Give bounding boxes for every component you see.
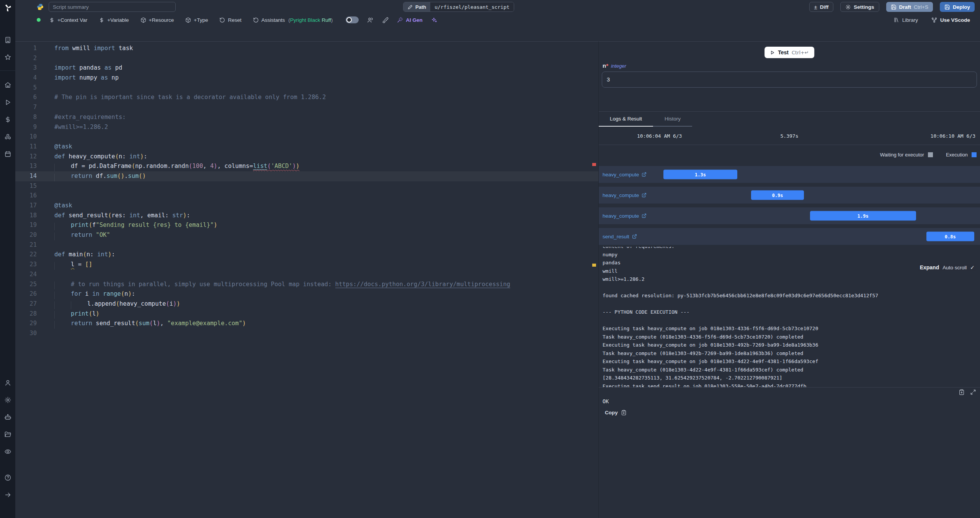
bot-icon[interactable] bbox=[0, 409, 15, 426]
timeline-job-link[interactable]: heavy_compute bbox=[603, 192, 647, 198]
external-link-icon bbox=[642, 193, 647, 198]
draft-button-label: Draft bbox=[899, 4, 911, 10]
user-icon[interactable] bbox=[0, 374, 15, 391]
arg-n-input[interactable] bbox=[602, 72, 977, 88]
copy-result-icon[interactable] bbox=[959, 389, 965, 395]
code-line: 11@task bbox=[15, 142, 598, 152]
code-line: 16 bbox=[15, 191, 598, 201]
ai-gen-button[interactable]: AI Gen bbox=[397, 17, 423, 23]
code-line: 28print(l) bbox=[15, 309, 598, 319]
ruff-status: Ruff bbox=[322, 17, 331, 23]
log-line: Executing task heavy_compute on job 018e… bbox=[603, 324, 980, 333]
dollar-icon bbox=[49, 17, 55, 23]
assistant-toggle[interactable] bbox=[346, 16, 359, 23]
add-context-var-button[interactable]: +Context Var bbox=[49, 17, 87, 23]
code-line: 26for i in range(n): bbox=[15, 289, 598, 299]
add-variable-button[interactable]: +Variable bbox=[99, 17, 129, 23]
code-line: 22def main(n: int): bbox=[15, 250, 598, 260]
code-editor[interactable]: 1from wmill import task23import pandas a… bbox=[15, 41, 598, 518]
timeline-duration-bar: 1.3s bbox=[663, 170, 737, 179]
windmill-logo[interactable] bbox=[3, 3, 13, 13]
check-icon: ✓ bbox=[970, 264, 975, 270]
draft-button[interactable]: Draft Ctrl+S bbox=[886, 2, 933, 12]
save-icon bbox=[891, 4, 897, 10]
script-summary-input[interactable] bbox=[49, 2, 176, 12]
status-dot bbox=[37, 18, 41, 22]
diff-button[interactable]: ± Diff bbox=[809, 2, 834, 12]
folder-icon[interactable] bbox=[0, 426, 15, 443]
logs-output[interactable]: content of requirements:numpypandaswmill… bbox=[599, 247, 980, 388]
gear-icon bbox=[845, 4, 851, 10]
legend-execution-label: Execution bbox=[946, 152, 968, 158]
timeline-row: send_result0.8s bbox=[599, 226, 980, 247]
library-label: Library bbox=[902, 17, 918, 23]
ai-gen-label: AI Gen bbox=[406, 17, 423, 23]
code-line: 15 bbox=[15, 181, 598, 191]
warning-marker bbox=[592, 264, 596, 267]
arrow-right-icon[interactable] bbox=[0, 486, 15, 503]
add-type-label: +Type bbox=[194, 17, 208, 23]
arg-name: n bbox=[603, 62, 606, 69]
external-link-icon bbox=[632, 234, 637, 239]
eye-icon[interactable] bbox=[0, 443, 15, 460]
code-line: 19print(f"Sending result {res} to {email… bbox=[15, 220, 598, 230]
log-line: Task heavy_compute (018e1303-4d22-4e9f-4… bbox=[603, 366, 980, 374]
add-resource-button[interactable]: +Resource bbox=[140, 17, 174, 23]
path-selector[interactable]: Path u/rfiszel/pleasant_script bbox=[403, 2, 514, 12]
deploy-button[interactable]: Deploy bbox=[940, 2, 975, 12]
run-times-row: 10:06:04 AM 6/3 5.397s 10:06:10 AM 6/3 bbox=[599, 127, 980, 145]
pencil-icon bbox=[408, 5, 413, 10]
log-line: Executing task send_result on job 018e13… bbox=[603, 382, 980, 388]
log-line: Task heavy_compute (018e1303-492b-7269-b… bbox=[603, 349, 980, 358]
dollar-icon bbox=[99, 17, 105, 23]
building-icon[interactable] bbox=[0, 31, 15, 49]
legend-waiting-swatch bbox=[928, 152, 933, 157]
fullscreen-icon[interactable] bbox=[970, 389, 976, 395]
log-line: Executing task heavy_compute on job 018e… bbox=[603, 357, 980, 366]
clipboard-icon bbox=[621, 410, 627, 415]
top-bar: Path u/rfiszel/pleasant_script ± Diff Se… bbox=[15, 0, 980, 14]
tab-logs-result[interactable]: Logs & Result bbox=[599, 112, 653, 127]
code-line: 17@task bbox=[15, 201, 598, 211]
sparkles-icon[interactable] bbox=[431, 17, 437, 23]
format-brush-icon[interactable] bbox=[382, 17, 389, 23]
rotate-icon bbox=[219, 17, 225, 23]
reset-button[interactable]: Reset bbox=[219, 17, 241, 23]
test-button[interactable]: Test Ctrl+↵ bbox=[764, 47, 814, 58]
log-line: content of requirements: bbox=[603, 247, 980, 251]
home-icon[interactable] bbox=[0, 77, 15, 94]
log-line: found cached resolution: py-513b3fcb7b5e… bbox=[603, 292, 980, 300]
log-line: wmill>=1.286.2 bbox=[603, 275, 980, 283]
timeline-band bbox=[599, 207, 980, 224]
gear-icon[interactable] bbox=[0, 391, 15, 409]
boxes-icon[interactable] bbox=[0, 128, 15, 145]
settings-button[interactable]: Settings bbox=[840, 2, 879, 12]
code-line: 18def send_result(res: int, email: str): bbox=[15, 211, 598, 221]
help-icon[interactable] bbox=[0, 469, 15, 486]
add-type-button[interactable]: +Type bbox=[185, 17, 208, 23]
timeline-job-link[interactable]: heavy_compute bbox=[603, 213, 647, 219]
dollar-icon[interactable] bbox=[0, 111, 15, 128]
timeline-duration-bar: 0.9s bbox=[751, 191, 804, 200]
play-icon[interactable] bbox=[0, 94, 15, 111]
library-button[interactable]: Library bbox=[893, 17, 918, 23]
autoscroll-toggle[interactable]: Auto scroll bbox=[942, 265, 967, 270]
tab-history[interactable]: History bbox=[653, 112, 692, 127]
calendar-icon[interactable] bbox=[0, 145, 15, 163]
use-vscode-button[interactable]: Use VScode bbox=[931, 17, 970, 23]
copy-result-button[interactable]: Copy bbox=[605, 410, 627, 415]
assistants-button[interactable]: Assistants (Pyright Black Ruff) bbox=[253, 17, 333, 23]
timeline-job-link[interactable]: heavy_compute bbox=[603, 172, 647, 178]
path-label: Path bbox=[415, 4, 426, 10]
timeline-job-link[interactable]: send_result bbox=[603, 234, 637, 239]
legend-execution-swatch bbox=[972, 152, 977, 157]
star-icon[interactable] bbox=[0, 49, 15, 66]
log-line: numpy bbox=[603, 251, 980, 259]
collaborators-icon[interactable] bbox=[367, 17, 374, 23]
timeline-band bbox=[599, 228, 980, 245]
code-line: 29return send_result(sum(l), "example@ex… bbox=[15, 319, 598, 329]
add-resource-label: +Resource bbox=[149, 17, 174, 23]
code-line: 21 bbox=[15, 240, 598, 250]
expand-button[interactable]: Expand bbox=[920, 264, 939, 270]
sidebar-group-bottom bbox=[0, 469, 15, 503]
